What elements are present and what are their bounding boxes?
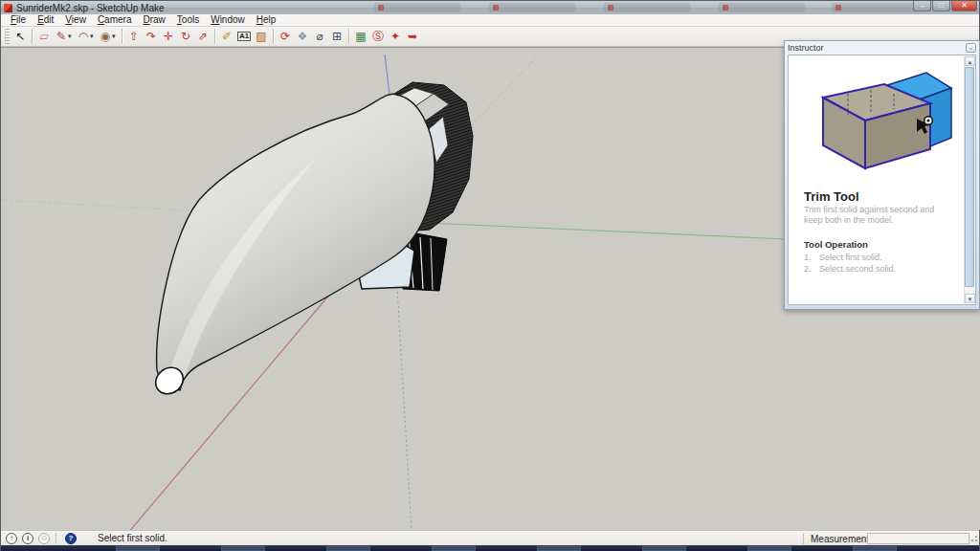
trim-tool-illustration <box>810 65 953 172</box>
line-icon: ✎ <box>56 31 66 42</box>
send-to-layout-icon: ➥ <box>408 31 417 42</box>
arc-icon: ◠ <box>78 31 88 42</box>
arc-tool-button[interactable]: ◠ <box>75 28 92 45</box>
toolbar-separator <box>214 29 215 44</box>
blue-axis-negative <box>397 287 412 530</box>
background-window-ghost <box>832 3 918 12</box>
push-pull-icon: ⇧ <box>129 31 139 42</box>
send-to-layout-tool-button[interactable]: ➥ <box>404 28 421 45</box>
toolbar-separator <box>32 29 33 44</box>
geolocation-icon[interactable]: ↑ <box>6 533 17 544</box>
toolbar-grip[interactable] <box>5 29 10 44</box>
text-icon: A1 <box>237 32 251 41</box>
measurements-input[interactable] <box>867 533 969 544</box>
push-pull-tool-button[interactable]: ⇧ <box>125 28 143 45</box>
sketchup-window: SunriderMk2.skp - SketchUp Make – □ ✕ Fi… <box>0 0 980 551</box>
instructor-panel[interactable]: Instructor ▫ Trim Tool <box>784 40 980 310</box>
measurements-label: Measurements <box>811 534 874 544</box>
taskbar-edge <box>1 545 979 551</box>
window-title: SunriderMk2.skp - SketchUp Make <box>16 3 165 13</box>
orbit-tool-button[interactable]: ⟳ <box>277 28 294 45</box>
nose-cone[interactable] <box>157 94 434 390</box>
menu-item-tools[interactable]: Tools <box>171 14 205 26</box>
follow-me-tool-button[interactable]: ↷ <box>143 28 160 45</box>
menu-bar: FileEditViewCameraDrawToolsWindowHelp <box>1 14 979 27</box>
tool-operation-heading: Tool Operation <box>804 239 975 250</box>
close-button[interactable]: ✕ <box>951 1 977 11</box>
step-number: 2. <box>804 263 819 275</box>
credits-icon[interactable]: i <box>22 533 33 544</box>
sign-in-icon[interactable]: ☺ <box>38 533 50 544</box>
instructor-content: Trim Tool Trim first solid against secon… <box>788 55 976 305</box>
help-icon[interactable]: ? <box>65 533 77 544</box>
paint-bucket-icon: ▧ <box>256 31 266 42</box>
3d-warehouse-icon: Ⓢ <box>372 31 384 42</box>
pan-tool-button[interactable]: ❖ <box>294 28 311 45</box>
zoom-extents-icon: ⊞ <box>332 31 342 42</box>
title-bar[interactable]: SunriderMk2.skp - SketchUp Make – □ ✕ <box>1 1 979 14</box>
select-tool-button[interactable]: ↖ <box>11 28 29 45</box>
eraser-icon: ▱ <box>39 31 48 42</box>
minimize-button[interactable]: – <box>913 1 931 11</box>
instructor-title-label: Instructor <box>788 43 824 53</box>
eraser-tool-button[interactable]: ▱ <box>35 28 53 45</box>
share-model-tool-button[interactable]: ✦ <box>387 28 404 45</box>
3d-warehouse-tool-button[interactable]: Ⓢ <box>369 28 387 45</box>
background-window-ghost <box>604 3 690 12</box>
get-models-tool-button[interactable]: ▦ <box>352 28 369 45</box>
move-tool-button[interactable]: ✛ <box>160 28 177 45</box>
menu-item-help[interactable]: Help <box>251 14 282 26</box>
menu-item-edit[interactable]: Edit <box>32 14 59 26</box>
toolbar-separator <box>273 29 274 44</box>
tape-measure-icon: ✐ <box>222 31 232 42</box>
orbit-icon: ⟳ <box>280 31 290 42</box>
instructor-close-button[interactable]: ▫ <box>966 43 976 53</box>
statusbar-divider <box>803 534 804 544</box>
resize-grip[interactable] <box>969 535 978 544</box>
menu-item-view[interactable]: View <box>59 14 92 26</box>
maximize-button[interactable]: □ <box>932 1 950 11</box>
shapes-tool-button[interactable]: ◉ <box>97 28 114 45</box>
follow-me-icon: ↷ <box>146 31 156 42</box>
scale-tool-button[interactable]: ⇗ <box>194 28 212 45</box>
scroll-thumb[interactable] <box>965 67 974 287</box>
move-icon: ✛ <box>164 31 173 42</box>
tool-operation-step: 2. Select second solid. <box>804 263 975 275</box>
instructor-title-bar[interactable]: Instructor ▫ <box>785 41 979 54</box>
tool-heading: Trim Tool <box>804 189 975 204</box>
pan-icon: ❖ <box>298 31 308 42</box>
step-number: 1. <box>804 252 819 263</box>
tape-measure-tool-button[interactable]: ✐ <box>218 28 235 45</box>
menu-item-window[interactable]: Window <box>205 14 251 26</box>
get-models-icon: ▦ <box>355 31 366 42</box>
select-icon: ↖ <box>15 31 25 42</box>
tool-operation-step: 1. Select first solid. <box>804 252 975 263</box>
tool-description: Trim first solid against second and keep… <box>804 205 950 226</box>
paint-bucket-tool-button[interactable]: ▧ <box>253 28 270 45</box>
scroll-up-arrow[interactable]: ▲ <box>965 56 975 66</box>
shapes-icon: ◉ <box>100 31 110 42</box>
text-tool-button[interactable]: A1 <box>235 28 253 45</box>
scale-icon: ⇗ <box>198 31 208 42</box>
zoom-extents-tool-button[interactable]: ⊞ <box>328 28 345 45</box>
rotate-icon: ↻ <box>181 31 190 42</box>
toolbar-separator <box>122 29 122 44</box>
toolbar-separator <box>348 29 349 44</box>
share-model-icon: ✦ <box>390 31 400 42</box>
rotate-tool-button[interactable]: ↻ <box>177 28 194 45</box>
step-text: Select first solid. <box>819 252 882 263</box>
menu-item-file[interactable]: File <box>5 14 32 26</box>
background-window-ghost <box>374 3 460 12</box>
line-tool-button[interactable]: ✎ <box>53 28 70 45</box>
background-window-ghost <box>719 3 805 12</box>
zoom-tool-button[interactable]: ⌀ <box>311 28 328 45</box>
background-window-ghost <box>489 3 575 12</box>
green-axis <box>428 223 786 239</box>
zoom-icon: ⌀ <box>316 31 323 42</box>
instructor-scrollbar[interactable]: ▲ ▼ <box>964 56 974 303</box>
status-message: Select first solid. <box>98 533 167 543</box>
menu-item-camera[interactable]: Camera <box>92 14 138 26</box>
statusbar-divider <box>56 533 56 543</box>
menu-item-draw[interactable]: Draw <box>137 14 170 26</box>
scroll-down-arrow[interactable]: ▼ <box>965 294 975 303</box>
